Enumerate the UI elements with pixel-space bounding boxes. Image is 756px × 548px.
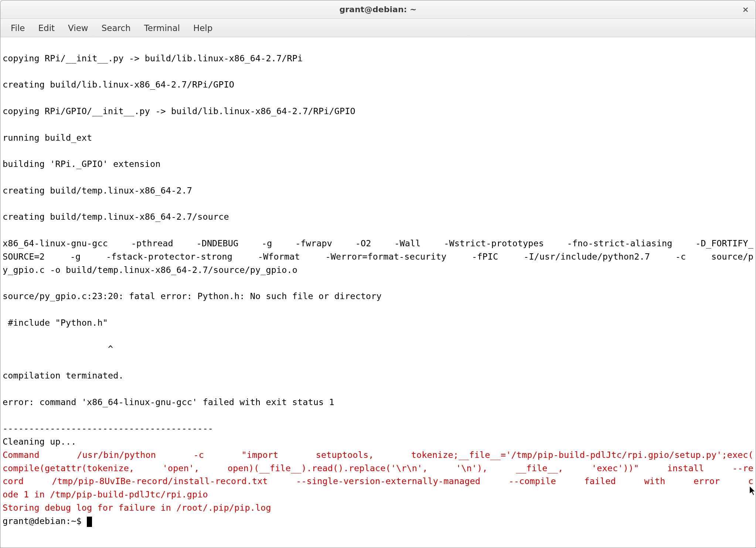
terminal-line: y_gpio.c -o build/temp.linux-x86_64-2.7/… xyxy=(3,265,297,275)
terminal-prompt: grant@debian:~$ xyxy=(3,516,87,526)
menubar: File Edit View Search Terminal Help xyxy=(0,19,756,37)
menu-search[interactable]: Search xyxy=(95,21,137,35)
terminal-line: copying RPi/GPIO/__init__.py -> build/li… xyxy=(3,106,355,116)
terminal-viewport[interactable]: copying RPi/__init__.py -> build/lib.lin… xyxy=(0,37,756,548)
terminal-line: source/py_gpio.c:23:20: fatal error: Pyt… xyxy=(3,291,382,301)
terminal-error-line: cord /tmp/pip-8UvIBe-record/install-reco… xyxy=(3,475,753,488)
menu-terminal[interactable]: Terminal xyxy=(137,21,187,35)
terminal-line: ---------------------------------------- xyxy=(3,423,213,434)
terminal-line: creating build/temp.linux-x86_64-2.7/sou… xyxy=(3,212,229,222)
terminal-error-line: Command /usr/bin/python -c "import setup… xyxy=(3,449,753,462)
cursor-icon xyxy=(87,517,92,527)
terminal-line: ^ xyxy=(3,344,113,354)
terminal-line: SOURCE=2 -g -fstack-protector-strong -Wf… xyxy=(3,250,753,264)
titlebar[interactable]: grant@debian: ~ × xyxy=(0,0,756,19)
close-icon[interactable]: × xyxy=(742,6,749,14)
terminal-line: running build_ext xyxy=(3,133,92,143)
window-title: grant@debian: ~ xyxy=(340,5,417,14)
menu-help[interactable]: Help xyxy=(187,21,219,35)
terminal-error-line: Storing debug log for failure in /root/.… xyxy=(3,503,271,513)
terminal-line: error: command 'x86_64-linux-gnu-gcc' fa… xyxy=(3,397,334,407)
terminal-line: creating build/temp.linux-x86_64-2.7 xyxy=(3,185,192,196)
terminal-line: creating build/lib.linux-x86_64-2.7/RPi/… xyxy=(3,79,234,90)
menu-view[interactable]: View xyxy=(61,21,95,35)
terminal-error-line: ode 1 in /tmp/pip-build-pdlJtc/rpi.gpio xyxy=(3,489,208,500)
terminal-line: Cleaning up... xyxy=(3,436,76,447)
terminal-line: x86_64-linux-gnu-gcc -pthread -DNDEBUG -… xyxy=(3,237,753,250)
terminal-line: building 'RPi._GPIO' extension xyxy=(3,159,160,169)
terminal-line: #include "Python.h" xyxy=(3,318,108,328)
terminal-window: grant@debian: ~ × File Edit View Search … xyxy=(0,0,756,548)
menu-file[interactable]: File xyxy=(4,21,32,35)
menu-edit[interactable]: Edit xyxy=(32,21,62,35)
terminal-line: copying RPi/__init__.py -> build/lib.lin… xyxy=(3,53,303,64)
terminal-line: compilation terminated. xyxy=(3,370,124,381)
terminal-error-line: compile(getattr(tokenize, 'open', open)(… xyxy=(3,462,753,475)
